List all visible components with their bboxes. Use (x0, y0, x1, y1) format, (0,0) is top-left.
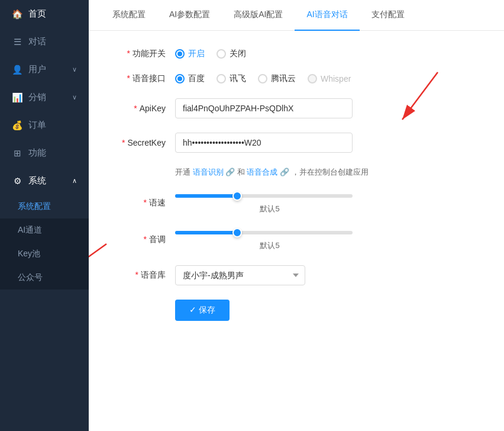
sidebar-item-system[interactable]: ⚙ 系统 ∧ (0, 167, 89, 195)
save-button[interactable]: ✓ 保存 (175, 300, 230, 321)
tone-slider-track (175, 231, 353, 234)
sidebar: 🏠 首页 ☰ 对话 👤 用户 ∨ 📊 分销 ∨ 💰 订单 ⊞ 功能 ⚙ 系统 ∧… (0, 0, 89, 431)
save-section: ✓ 保存 (112, 300, 480, 321)
tab-advanced-ai[interactable]: 高级版AI配置 (222, 0, 295, 31)
radio-circle-whisper (308, 74, 317, 83)
voice-api-label: *语音接口 (112, 73, 166, 84)
tone-label: *音调 (112, 234, 166, 245)
voice-synthesis-link[interactable]: 语音合成 (247, 168, 277, 176)
speed-slider-fill (175, 194, 237, 198)
voice-whisper-radio[interactable]: Whisper (308, 74, 351, 83)
voice-api-row: *语音接口 百度 讯飞 腾讯云 Whisper (112, 73, 480, 84)
tab-system-config[interactable]: 系统配置 (101, 0, 157, 31)
tabs-bar: 系统配置 AI参数配置 高级版AI配置 AI语音对话 支付配置 (89, 0, 504, 31)
radio-circle-xunfei (217, 74, 226, 83)
speed-slider-thumb[interactable] (232, 191, 242, 201)
sidebar-item-distribution-label: 分销 (28, 92, 46, 103)
feature-switch-row: *功能开关 开启 关闭 (112, 49, 480, 59)
sidebar-item-function[interactable]: ⊞ 功能 (0, 139, 89, 167)
apikey-input[interactable] (175, 98, 353, 118)
sidebar-item-home[interactable]: 🏠 首页 (0, 0, 89, 28)
required-mark4: * (122, 138, 125, 147)
voice-lib-label: *语音库 (112, 270, 166, 281)
voice-api-radio-group: 百度 讯飞 腾讯云 Whisper (175, 73, 351, 84)
main-content: 系统配置 AI参数配置 高级版AI配置 AI语音对话 支付配置 (89, 0, 504, 431)
speed-default-label: 默认5 (175, 204, 364, 214)
required-mark2: * (127, 73, 130, 83)
sidebar-item-order[interactable]: 💰 订单 (0, 111, 89, 139)
chevron-up-icon: ∧ (72, 177, 77, 185)
sidebar-item-system-label: 系统 (28, 175, 46, 186)
feature-switch-label: *功能开关 (112, 49, 166, 59)
secretkey-row: *SecretKey (112, 133, 480, 153)
feature-switch-radio-group: 开启 关闭 (175, 49, 246, 59)
feature-on-label: 开启 (188, 49, 205, 59)
tone-slider-fill (175, 231, 237, 234)
radio-circle-tencent (258, 74, 267, 83)
radio-circle-baidu (175, 74, 185, 83)
sidebar-sub-item-key-pool-label: Key池 (18, 249, 40, 259)
feature-on-radio[interactable]: 开启 (175, 49, 205, 59)
chevron-down-icon: ∨ (72, 66, 77, 73)
user-icon: 👤 (12, 65, 22, 75)
required-mark3: * (134, 104, 137, 113)
sidebar-sub-item-public-account[interactable]: 公众号 (0, 266, 89, 290)
required-mark5: * (144, 198, 147, 207)
voice-xunfei-radio[interactable]: 讯飞 (217, 73, 246, 84)
function-icon: ⊞ (12, 148, 22, 159)
voice-baidu-radio[interactable]: 百度 (175, 73, 205, 84)
apikey-label: *ApiKey (112, 104, 166, 113)
sidebar-item-user[interactable]: 👤 用户 ∨ (0, 56, 89, 83)
voice-recognition-link[interactable]: 语音识别 (193, 168, 224, 176)
sidebar-item-conversation[interactable]: ☰ 对话 (0, 28, 89, 56)
sidebar-sub-item-public-account-label: 公众号 (18, 272, 43, 283)
sidebar-item-conversation-label: 对话 (28, 36, 46, 47)
speed-row: *语速 默认5 (112, 192, 480, 214)
secretkey-label: *SecretKey (112, 138, 166, 147)
radio-circle-off (217, 49, 226, 59)
sidebar-item-order-label: 订单 (28, 120, 46, 131)
form-content: *功能开关 开启 关闭 *语音接口 百度 (89, 31, 504, 431)
speed-slider-container: 默认5 (175, 192, 364, 214)
distribution-icon: 📊 (12, 92, 22, 103)
sidebar-sub-item-key-pool[interactable]: Key池 (0, 242, 89, 266)
tone-row: *音调 默认5 (112, 229, 480, 251)
radio-circle-on (175, 49, 185, 59)
sidebar-item-function-label: 功能 (28, 147, 46, 159)
secretkey-input[interactable] (175, 133, 353, 153)
voice-lib-select[interactable]: 度小宇-成熟男声 度小美-成熟女声 (175, 265, 305, 285)
voice-lib-row: *语音库 度小宇-成熟男声 度小美-成熟女声 (112, 265, 480, 285)
sidebar-item-user-label: 用户 (28, 64, 46, 75)
sidebar-sub-item-ai-channel[interactable]: AI通道 (0, 218, 89, 242)
speed-label: *语速 (112, 198, 166, 208)
sidebar-sub-item-system-config-label: 系统配置 (18, 201, 51, 212)
apikey-row: *ApiKey (112, 98, 480, 118)
tone-slider-thumb[interactable] (232, 228, 242, 237)
voice-tencent-radio[interactable]: 腾讯云 (258, 73, 296, 84)
sidebar-item-home-label: 首页 (28, 8, 46, 20)
feature-off-label: 关闭 (230, 49, 246, 59)
tab-ai-voice[interactable]: AI语音对话 (295, 0, 359, 31)
conversation-icon: ☰ (12, 37, 22, 47)
voice-baidu-label: 百度 (188, 73, 205, 84)
sidebar-item-distribution[interactable]: 📊 分销 ∨ (0, 83, 89, 111)
tone-slider-container: 默认5 (175, 229, 364, 251)
required-mark7: * (135, 270, 138, 279)
home-icon: 🏠 (12, 9, 22, 20)
voice-whisper-label: Whisper (321, 74, 351, 83)
sidebar-sub-item-system-config[interactable]: 系统配置 (0, 195, 89, 218)
voice-tencent-label: 腾讯云 (271, 73, 296, 84)
required-mark6: * (144, 234, 147, 244)
tab-payment[interactable]: 支付配置 (360, 0, 416, 31)
required-mark: * (127, 49, 130, 58)
tab-ai-params[interactable]: AI参数配置 (157, 0, 222, 31)
speed-slider-track (175, 194, 353, 198)
info-text: 开通 语音识别 🔗 和 语音合成 🔗 ，并在控制台创建应用 (175, 167, 480, 178)
tone-default-label: 默认5 (175, 240, 364, 251)
system-submenu: 系统配置 AI通道 Key池 公众号 (0, 195, 89, 290)
sidebar-sub-item-ai-channel-label: AI通道 (18, 225, 42, 236)
voice-xunfei-label: 讯飞 (230, 73, 246, 84)
feature-off-radio[interactable]: 关闭 (217, 49, 246, 59)
system-icon: ⚙ (12, 176, 22, 186)
chevron-down-icon: ∨ (72, 94, 77, 101)
